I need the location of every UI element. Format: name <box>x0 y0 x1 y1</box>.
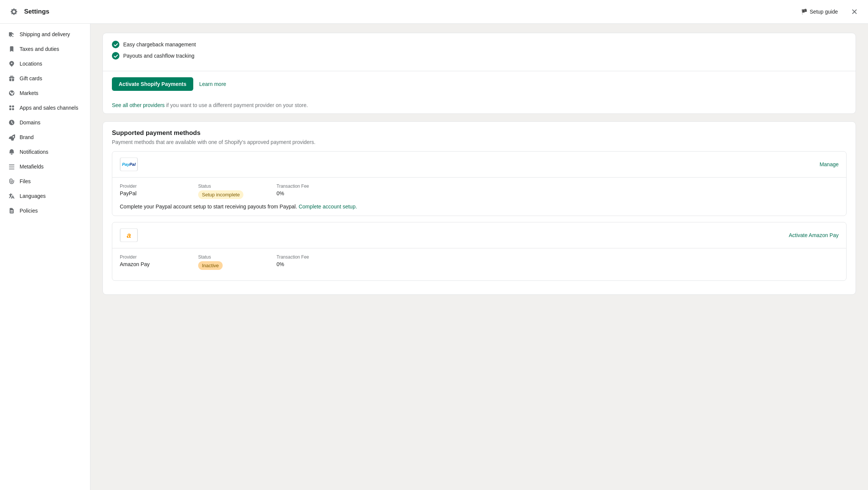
supported-section-desc: Payment methods that are available with … <box>112 139 847 145</box>
setup-guide-label: Setup guide <box>810 9 838 15</box>
activate-shopify-payments-button[interactable]: Activate Shopify Payments <box>112 77 193 91</box>
amazon-details: Provider Amazon Pay Status Inactive Tran… <box>112 248 846 280</box>
paypal-setup-link[interactable]: Complete account setup. <box>299 204 357 210</box>
amazon-provider-col: Provider Amazon Pay <box>120 254 195 270</box>
amazon-fee-col: Transaction Fee 0% <box>277 254 352 270</box>
sidebar-label-giftcards: Gift cards <box>20 75 42 81</box>
flag-icon: 🏴 <box>801 9 807 15</box>
globe2-icon <box>8 119 15 126</box>
amazon-provider-value: Amazon Pay <box>120 261 195 267</box>
setup-guide-button[interactable]: 🏴 Setup guide <box>797 6 842 17</box>
supported-card-inner: Supported payment methods Payment method… <box>103 122 856 294</box>
truck-icon <box>8 31 15 38</box>
amazon-row: Provider Amazon Pay Status Inactive Tran… <box>120 254 839 270</box>
shopify-payments-card: Easy chargeback management Payouts and c… <box>102 33 856 114</box>
paypal-card: PayPal Manage Provider PayPal Status <box>112 151 847 216</box>
supported-payment-card: Supported payment methods Payment method… <box>102 121 856 295</box>
amazon-fee-value: 0% <box>277 261 352 267</box>
sidebar-item-giftcards[interactable]: Gift cards <box>2 71 88 86</box>
sidebar: Shipping and delivery Taxes and duties L… <box>0 24 90 490</box>
sidebar-label-locations: Locations <box>20 61 42 67</box>
gear-button[interactable] <box>8 5 20 18</box>
paypal-logo: PayPal <box>120 158 138 171</box>
amazon-status-col: Status Inactive <box>198 254 274 270</box>
grid-icon <box>8 104 15 111</box>
checkmark-icon-2 <box>113 54 118 58</box>
checkmark-icon-1 <box>113 42 118 47</box>
star-icon <box>8 134 15 141</box>
globe-icon <box>8 90 15 96</box>
sidebar-item-files[interactable]: Files <box>2 174 88 188</box>
action-row: Activate Shopify Payments Learn more <box>103 71 856 97</box>
modal-body: Shipping and delivery Taxes and duties L… <box>0 24 868 490</box>
checklist-item-1: Easy chargeback management <box>112 41 847 48</box>
paypal-fee-value: 0% <box>277 190 352 196</box>
paypal-fee-col: Transaction Fee 0% <box>277 184 352 199</box>
bell-icon <box>8 149 15 155</box>
sidebar-label-policies: Policies <box>20 208 38 214</box>
sidebar-item-taxes[interactable]: Taxes and duties <box>2 42 88 56</box>
sidebar-item-domains[interactable]: Domains <box>2 115 88 130</box>
amazon-provider-label: Provider <box>120 254 195 260</box>
close-icon <box>851 8 858 15</box>
receipt-icon <box>8 46 15 52</box>
status-badge-inactive: Inactive <box>198 261 223 270</box>
sidebar-item-brand[interactable]: Brand <box>2 130 88 144</box>
sidebar-item-metafields[interactable]: Metafields <box>2 159 88 174</box>
pin-icon <box>8 60 15 67</box>
paypal-provider-col: Provider PayPal <box>120 184 195 199</box>
checklist-text-1: Easy chargeback management <box>123 41 196 47</box>
paypal-manage-link[interactable]: Manage <box>819 161 839 167</box>
sidebar-label-shipping: Shipping and delivery <box>20 31 70 37</box>
sidebar-item-markets[interactable]: Markets <box>2 86 88 100</box>
paypal-provider-value: PayPal <box>120 190 195 196</box>
paperclip-icon <box>8 178 15 185</box>
document-icon <box>8 207 15 214</box>
sidebar-label-taxes: Taxes and duties <box>20 46 59 52</box>
sidebar-label-notifications: Notifications <box>20 149 48 155</box>
gift-icon <box>8 75 15 82</box>
sidebar-item-languages[interactable]: Languages <box>2 189 88 203</box>
settings-modal: Settings 🏴 Setup guide Shippi <box>0 0 868 490</box>
status-badge-setup-incomplete: Setup incomplete <box>198 190 243 199</box>
amazon-card: a Activate Amazon Pay Provider Amazon Pa… <box>112 222 847 281</box>
sidebar-item-apps[interactable]: Apps and sales channels <box>2 101 88 115</box>
supported-section-title: Supported payment methods <box>112 129 847 137</box>
check-circle-2 <box>112 52 119 60</box>
paypal-fee-label: Transaction Fee <box>277 184 352 189</box>
amazon-logo: a <box>120 228 138 242</box>
amazon-header: a Activate Amazon Pay <box>112 222 846 248</box>
learn-more-link[interactable]: Learn more <box>199 81 226 87</box>
sidebar-label-markets: Markets <box>20 90 38 96</box>
sidebar-item-shipping[interactable]: Shipping and delivery <box>2 27 88 41</box>
sidebar-label-languages: Languages <box>20 193 46 199</box>
check-circle-1 <box>112 41 119 48</box>
paypal-status-label: Status <box>198 184 274 189</box>
amazon-status-label: Status <box>198 254 274 260</box>
paypal-details: Provider PayPal Status Setup incomplete … <box>112 178 846 216</box>
paypal-provider-label: Provider <box>120 184 195 189</box>
paypal-status-col: Status Setup incomplete <box>198 184 274 199</box>
activate-amazon-pay-link[interactable]: Activate Amazon Pay <box>789 232 839 238</box>
paypal-header: PayPal Manage <box>112 152 846 178</box>
amazon-fee-label: Transaction Fee <box>277 254 352 260</box>
main-content: Easy chargeback management Payouts and c… <box>90 24 868 490</box>
close-button[interactable] <box>848 6 860 18</box>
sidebar-item-locations[interactable]: Locations <box>2 57 88 71</box>
header-right: 🏴 Setup guide <box>797 6 860 18</box>
sidebar-label-apps: Apps and sales channels <box>20 105 78 111</box>
checklist-item-2: Payouts and cashflow tracking <box>112 52 847 60</box>
layers-icon <box>8 163 15 170</box>
see-all-providers-link[interactable]: See all other providers <box>112 102 165 108</box>
translate-icon <box>8 193 15 199</box>
sidebar-item-policies[interactable]: Policies <box>2 204 88 218</box>
header-left: Settings <box>8 5 49 18</box>
checklist-section: Easy chargeback management Payouts and c… <box>103 33 856 71</box>
paypal-message: Complete your Paypal account setup to st… <box>120 204 839 210</box>
gear-icon <box>10 8 18 16</box>
modal-title: Settings <box>24 8 49 15</box>
sidebar-label-domains: Domains <box>20 119 40 126</box>
sidebar-label-files: Files <box>20 178 31 184</box>
modal-header: Settings 🏴 Setup guide <box>0 0 868 24</box>
sidebar-item-notifications[interactable]: Notifications <box>2 145 88 159</box>
